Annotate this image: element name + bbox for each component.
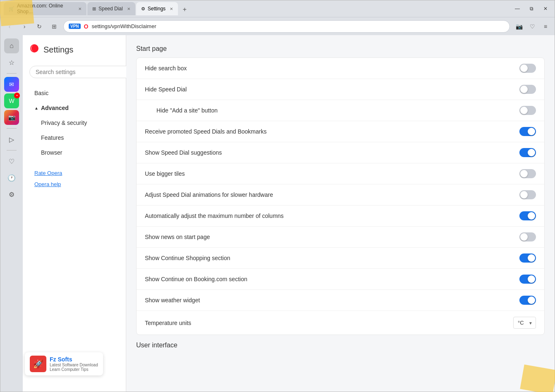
watermark: 🚀 Fz Softs Latest Software Download Lear… (25, 352, 103, 375)
settings-tab-title: Settings (148, 6, 166, 12)
nav-basic[interactable]: Basic (29, 86, 119, 100)
weather-toggle[interactable] (519, 296, 536, 305)
sidebar-send-button[interactable]: ▷ (4, 132, 19, 147)
grid-button[interactable]: ⊞ (48, 21, 60, 32)
row-hide-add-site: Hide "Add a site" button (137, 100, 544, 121)
sidebar-home-button[interactable]: ⌂ (4, 38, 19, 53)
row-show-suggestions: Show Speed Dial suggestions (137, 142, 544, 163)
tab-strip: 🛒 Amazon.com: Online Shop... ✕ ⊞ Speed D… (4, 2, 510, 15)
minimize-button[interactable]: — (512, 3, 523, 14)
settings-main: Start page Hide search box Hide Speed Di… (126, 35, 555, 392)
show-news-label: Show news on start page (145, 234, 210, 240)
booking-label: Show Continue on Booking.com section (145, 276, 247, 282)
auto-columns-toggle[interactable] (519, 211, 536, 220)
row-hide-search-box: Hide search box (137, 58, 544, 79)
row-animations: Adjust Speed Dial animations for slower … (137, 184, 544, 206)
watermark-sub1: Latest Software Download (50, 363, 98, 367)
sidebar-heart-button[interactable]: ♡ (4, 154, 19, 169)
nav-rate-opera[interactable]: Rate Opera (29, 167, 119, 179)
sidebar-separator-1 (7, 73, 17, 74)
row-continue-shopping: Show Continue Shopping section (137, 248, 544, 269)
hide-search-box-label: Hide search box (145, 65, 187, 72)
row-temperature: Temperature units °C °F (137, 311, 544, 335)
bigger-tiles-toggle[interactable] (519, 169, 536, 178)
speeddial-tab-title: Speed Dial (99, 6, 123, 12)
sidebar-settings-button[interactable]: ⚙ (4, 187, 19, 202)
browser-frame: 🛒 Amazon.com: Online Shop... ✕ ⊞ Speed D… (0, 0, 555, 392)
speeddial-tab-close[interactable]: ✕ (127, 7, 130, 11)
receive-promoted-toggle[interactable] (519, 127, 536, 136)
row-auto-columns: Automatically adjust the maximum number … (137, 206, 544, 227)
title-bar: 🛒 Amazon.com: Online Shop... ✕ ⊞ Speed D… (0, 0, 555, 17)
url-text: settings/vpnWithDisclaimer (91, 23, 505, 29)
settings-title: Settings (43, 45, 73, 55)
animations-label: Adjust Speed Dial animations for slower … (145, 191, 273, 198)
settings-favicon: ⚙ (141, 6, 145, 12)
menu-button[interactable]: ≡ (540, 21, 551, 32)
continue-shopping-label: Show Continue Shopping section (145, 255, 230, 261)
opera-logo (29, 43, 39, 56)
new-tab-button[interactable]: + (179, 4, 190, 15)
temperature-select-wrapper: °C °F (513, 317, 536, 329)
camera-button[interactable]: 📷 (513, 21, 525, 32)
hide-add-site-toggle[interactable] (519, 106, 536, 115)
watermark-text: Fz Softs Latest Software Download Learn … (50, 356, 98, 372)
nav-privacy[interactable]: Privacy & security (29, 116, 119, 129)
temperature-select[interactable]: °C °F (513, 317, 536, 329)
row-hide-speed-dial: Hide Speed Dial (137, 79, 544, 100)
sidebar-bookmarks-button[interactable]: ☆ (4, 55, 19, 70)
animations-toggle[interactable] (519, 190, 536, 199)
show-news-toggle[interactable] (519, 232, 536, 241)
watermark-sub2: Learn Computer Tips (50, 367, 98, 372)
sidebar-messenger-button[interactable]: ✉ (4, 77, 19, 92)
reload-button[interactable]: ↻ (34, 21, 45, 32)
sidebar-history-button[interactable]: 🕐 (4, 170, 19, 185)
settings-logo: Settings (29, 43, 119, 56)
close-button[interactable]: ✕ (540, 3, 551, 14)
show-suggestions-toggle[interactable] (519, 148, 536, 157)
auto-columns-label: Automatically adjust the maximum number … (145, 213, 284, 219)
start-page-card: Hide search box Hide Speed Dial Hide "Ad… (136, 57, 545, 335)
nav-opera-help[interactable]: Opera help (29, 179, 119, 190)
row-bigger-tiles: Use bigger tiles (137, 163, 544, 184)
booking-toggle[interactable] (519, 275, 536, 284)
browser-content: ⌂ ☆ ✉ W • 📷 ▷ ♡ 🕐 ⚙ Settings (0, 35, 555, 392)
amazon-tab-close[interactable]: ✕ (78, 7, 82, 11)
maximize-button[interactable]: ⧉ (526, 3, 537, 14)
settings-sidebar: Settings 🔍 Basic ▲ Advanced Privacy & se… (23, 35, 126, 392)
advanced-chevron-icon: ▲ (34, 106, 38, 110)
row-show-news: Show news on start page (137, 227, 544, 248)
address-bar[interactable]: VPN O settings/vpnWithDisclaimer (63, 20, 510, 33)
nav-advanced-section[interactable]: ▲ Advanced (29, 101, 119, 115)
vpn-badge: VPN (69, 24, 81, 29)
show-suggestions-label: Show Speed Dial suggestions (145, 149, 222, 156)
weather-label: Show weather widget (145, 297, 200, 304)
hide-speed-dial-toggle[interactable] (519, 85, 536, 94)
sidebar-whatsapp-button[interactable]: W • (4, 93, 19, 108)
sticky-decoration-bottom (520, 365, 555, 392)
sidebar-separator-2 (7, 128, 17, 129)
nav-browser[interactable]: Browser (29, 146, 119, 159)
watermark-logo: 🚀 (30, 356, 46, 372)
settings-tab-close[interactable]: ✕ (170, 7, 173, 11)
continue-shopping-toggle[interactable] (519, 253, 536, 263)
user-interface-title: User interface (136, 342, 545, 349)
watermark-title: Fz Softs (50, 356, 98, 363)
nav-bar: ‹ › ↻ ⊞ VPN O settings/vpnWithDisclaimer… (0, 17, 555, 35)
hide-speed-dial-label: Hide Speed Dial (145, 86, 187, 93)
speeddial-favicon: ⊞ (92, 6, 96, 12)
whatsapp-badge: • (14, 93, 20, 98)
settings-search-input[interactable] (36, 69, 137, 75)
bigger-tiles-label: Use bigger tiles (145, 170, 185, 177)
receive-promoted-label: Receive promoted Speed Dials and Bookmar… (145, 128, 267, 135)
start-page-title: Start page (136, 45, 545, 53)
row-booking: Show Continue on Booking.com section (137, 269, 544, 290)
nav-features[interactable]: Features (29, 131, 119, 144)
window-controls: — ⧉ ✕ (512, 3, 551, 14)
heart-button[interactable]: ♡ (526, 21, 538, 32)
sidebar-instagram-button[interactable]: 📷 (4, 110, 19, 125)
hide-search-box-toggle[interactable] (519, 64, 536, 73)
tab-settings[interactable]: ⚙ Settings ✕ (136, 2, 178, 15)
tab-speeddial[interactable]: ⊞ Speed Dial ✕ (87, 2, 135, 15)
opera-logo-icon: O (84, 23, 89, 30)
